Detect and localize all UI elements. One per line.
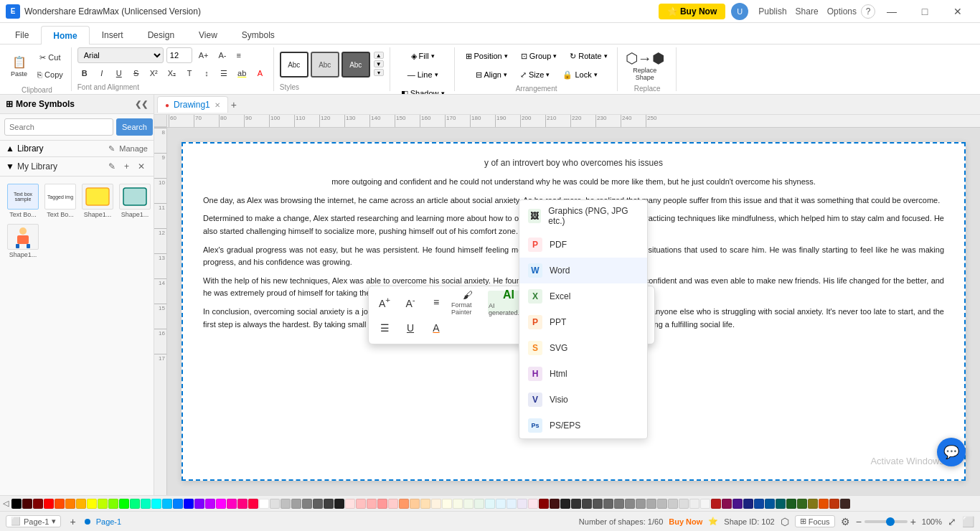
italic-btn[interactable]: I bbox=[95, 65, 109, 81]
color-swatch[interactable] bbox=[474, 499, 484, 509]
color-swatch[interactable] bbox=[560, 499, 570, 509]
library-header[interactable]: ▲ Library ✎ Manage bbox=[0, 141, 154, 157]
color-swatch[interactable] bbox=[636, 499, 646, 509]
float-bullet[interactable]: ☰ bbox=[373, 316, 396, 339]
color-swatch[interactable] bbox=[528, 499, 538, 509]
export-excel-item[interactable]: X Excel bbox=[519, 283, 647, 309]
export-graphics-item[interactable]: 🖼 Graphics (PNG, JPG etc.) bbox=[519, 200, 647, 232]
tab-file[interactable]: File bbox=[3, 25, 41, 44]
color-swatch[interactable] bbox=[420, 499, 430, 509]
color-swatch[interactable] bbox=[722, 499, 732, 509]
fit-page-btn[interactable]: ⤢ bbox=[948, 516, 956, 527]
fill-btn[interactable]: ◈ Fill ▾ bbox=[406, 47, 440, 65]
export-ppt-item[interactable]: P PPT bbox=[519, 309, 647, 335]
color-swatch[interactable] bbox=[711, 499, 721, 509]
color-swatch[interactable] bbox=[668, 499, 678, 509]
zoom-slider[interactable] bbox=[864, 520, 908, 523]
color-swatch[interactable] bbox=[313, 499, 323, 509]
color-swatch[interactable] bbox=[141, 499, 151, 509]
highlight-btn[interactable]: ab bbox=[234, 65, 250, 81]
color-swatch[interactable] bbox=[679, 499, 689, 509]
group-btn[interactable]: ⊡ Group ▾ bbox=[516, 47, 562, 65]
settings-icon[interactable]: ⚙ bbox=[841, 516, 850, 527]
float-decrease-font[interactable]: A- bbox=[399, 291, 422, 314]
tab-insert[interactable]: Insert bbox=[90, 25, 136, 44]
tab-home[interactable]: Home bbox=[41, 26, 89, 44]
list-btn[interactable]: ☰ bbox=[217, 65, 231, 81]
collapse-panel-btn[interactable]: ❮❮ bbox=[135, 100, 148, 109]
color-swatch[interactable] bbox=[485, 499, 495, 509]
rotate-btn[interactable]: ↻ Rotate ▾ bbox=[565, 47, 612, 65]
drawing-tab-close[interactable]: ✕ bbox=[215, 101, 220, 109]
color-swatch[interactable] bbox=[829, 499, 839, 509]
shadow-btn[interactable]: ◧ Shadow ▾ bbox=[396, 85, 450, 95]
font-color-btn[interactable]: A bbox=[253, 65, 267, 81]
color-swatch[interactable] bbox=[593, 499, 603, 509]
cut-button[interactable]: ✂ Cut bbox=[34, 50, 67, 65]
float-font-color[interactable]: A bbox=[425, 316, 448, 339]
color-swatch[interactable] bbox=[98, 499, 108, 509]
color-swatch[interactable] bbox=[367, 499, 377, 509]
color-swatch[interactable] bbox=[76, 499, 86, 509]
styles-scroll-expand[interactable]: ▾ bbox=[374, 69, 384, 76]
color-swatch[interactable] bbox=[119, 499, 129, 509]
font-size-input[interactable] bbox=[166, 47, 192, 63]
help-button[interactable]: ? bbox=[861, 4, 875, 19]
subscript-btn[interactable]: X₂ bbox=[164, 65, 179, 81]
color-swatch[interactable] bbox=[453, 499, 463, 509]
color-swatch[interactable] bbox=[463, 499, 473, 509]
color-swatch[interactable] bbox=[539, 499, 549, 509]
color-swatch[interactable] bbox=[507, 499, 517, 509]
color-arrow-left[interactable]: ◁ bbox=[3, 499, 9, 508]
float-format-painter[interactable]: 🖌 Format Painter bbox=[451, 291, 485, 314]
color-swatch[interactable] bbox=[216, 499, 226, 509]
search-input[interactable] bbox=[4, 118, 113, 136]
manage-link[interactable]: ✎ Manage bbox=[108, 144, 148, 154]
close-button[interactable]: ✕ bbox=[941, 0, 974, 23]
search-button[interactable]: Search bbox=[116, 118, 153, 136]
color-swatch[interactable] bbox=[55, 499, 65, 509]
layers-icon[interactable]: ⬡ bbox=[781, 516, 789, 527]
font-family-select[interactable]: Arial bbox=[77, 47, 164, 63]
color-swatch[interactable] bbox=[151, 499, 161, 509]
color-swatch[interactable] bbox=[302, 499, 312, 509]
style-preview-3[interactable]: Abc bbox=[341, 52, 370, 77]
color-swatch[interactable] bbox=[184, 499, 194, 509]
tab-symbols[interactable]: Symbols bbox=[230, 25, 287, 44]
my-library-close-btn[interactable]: ✕ bbox=[135, 160, 148, 173]
color-swatch[interactable] bbox=[65, 499, 75, 509]
color-swatch[interactable] bbox=[700, 499, 710, 509]
export-word-item[interactable]: W Word bbox=[519, 258, 647, 283]
underline-btn[interactable]: U bbox=[112, 65, 126, 81]
line-btn[interactable]: — Line ▾ bbox=[402, 66, 443, 83]
minimize-button[interactable]: — bbox=[875, 0, 908, 23]
color-swatch[interactable] bbox=[582, 499, 592, 509]
color-swatch[interactable] bbox=[689, 499, 699, 509]
color-swatch[interactable] bbox=[732, 499, 743, 509]
bold-btn[interactable]: B bbox=[77, 65, 92, 81]
color-swatch[interactable] bbox=[496, 499, 506, 509]
size-btn[interactable]: ⤢ Size ▾ bbox=[515, 66, 555, 83]
position-btn[interactable]: ⊞ Position ▾ bbox=[461, 47, 513, 65]
color-swatch[interactable] bbox=[614, 499, 624, 509]
color-swatch[interactable] bbox=[388, 499, 398, 509]
text-align-btn[interactable]: ≡ bbox=[233, 47, 245, 63]
drawing-tab[interactable]: ● Drawing1 ✕ bbox=[157, 96, 228, 113]
color-swatch[interactable] bbox=[517, 499, 527, 509]
superscript-btn[interactable]: X² bbox=[146, 65, 161, 81]
add-drawing-btn[interactable]: + bbox=[231, 99, 237, 111]
shape-item-textbox1[interactable]: Text box sample Text Bo... bbox=[6, 182, 40, 220]
color-swatch[interactable] bbox=[356, 499, 366, 509]
color-swatch[interactable] bbox=[237, 499, 248, 509]
decrease-font-btn[interactable]: A- bbox=[215, 47, 230, 63]
color-swatch[interactable] bbox=[431, 499, 441, 509]
color-swatch[interactable] bbox=[550, 499, 560, 509]
color-swatch[interactable] bbox=[377, 499, 387, 509]
shape-item-shape1[interactable]: Shape1... bbox=[80, 182, 115, 220]
focus-btn[interactable]: ⊞ Focus bbox=[795, 515, 835, 527]
color-swatch[interactable] bbox=[345, 499, 355, 509]
color-swatch[interactable] bbox=[162, 499, 172, 509]
strikethrough-btn[interactable]: S bbox=[129, 65, 143, 81]
color-swatch[interactable] bbox=[765, 499, 775, 509]
replace-shape-button[interactable]: ⬡→⬢ Replace Shape bbox=[623, 47, 666, 83]
